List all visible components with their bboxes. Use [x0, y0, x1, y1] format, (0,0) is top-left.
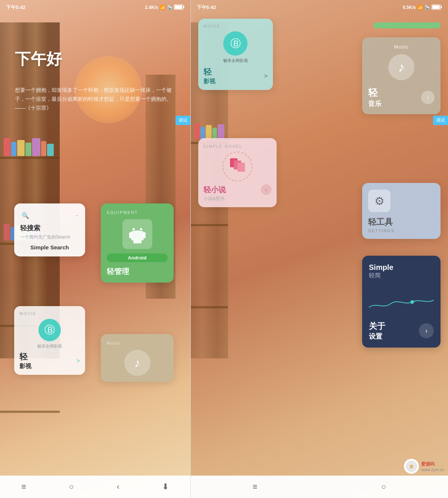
music-right-title-row: 轻 音乐 ›	[368, 86, 435, 108]
music-right-icon-wrap: ♪	[388, 54, 414, 80]
debug-badge-left[interactable]: 调试	[175, 116, 190, 125]
watermark-text-col: 爱源码 www.2ym.cn	[421, 461, 444, 472]
about-top: Simple 轻简	[369, 263, 434, 280]
right-status-right: 0.5K/s 📶 📡	[403, 4, 442, 11]
novel-sub: 小说&图书	[203, 196, 271, 202]
svg-point-4	[140, 228, 142, 230]
card-novel[interactable]: SIMPLE NOVEL 轻小说 › 小说&图书	[198, 138, 277, 207]
right-signal-icon: 📶	[417, 5, 423, 10]
shelf-plank	[0, 411, 60, 413]
book-decoration	[11, 142, 16, 156]
movie-tag: MOVIE	[19, 311, 80, 316]
music-right-tag: Music	[368, 44, 435, 50]
nav-download-icon[interactable]: ⬇	[162, 482, 169, 492]
left-wifi-icon: 📡	[167, 5, 172, 10]
svg-point-13	[410, 300, 414, 304]
book-decoration	[218, 124, 224, 140]
about-title: 关于	[369, 321, 385, 332]
svg-rect-2	[175, 5, 182, 9]
card-tools[interactable]: ⚙ 轻工具 SETTINGS	[362, 183, 441, 239]
watermark-logo: 爱	[404, 459, 419, 474]
movie-top-title: 轻	[203, 66, 215, 78]
right-nav-menu-icon[interactable]: ≡	[252, 482, 257, 492]
book-decoration	[32, 138, 40, 156]
bottom-nav-right: ≡ ○ 爱 爱源码 www.2ym.cn	[191, 476, 448, 498]
svg-rect-8	[441, 6, 442, 8]
card-movie-top[interactable]: MOVIE Ⓑ 畅享全网影视 轻 影视 >	[198, 19, 273, 90]
debug-badge-right[interactable]: 调试	[433, 116, 448, 125]
nav-menu-icon[interactable]: ≡	[21, 482, 26, 492]
music-right-title: 轻	[368, 86, 382, 99]
about-wave-decoration	[369, 291, 434, 313]
right-shelf-plank	[191, 224, 228, 226]
card-search-header: 🔍 →	[20, 210, 79, 221]
card-search-label: Simple Search	[20, 244, 79, 250]
watermark-site: www.2ym.cn	[421, 467, 444, 472]
right-panel: 下午5:42 0.5K/s 📶 📡 调试 MOVIE Ⓑ 畅享全网影视 轻	[191, 0, 448, 498]
movie-top-title-col: 轻 影视	[203, 66, 215, 85]
card-equipment[interactable]: EQUIPMENT Android 轻管理	[101, 203, 174, 283]
right-shelf-plank	[191, 306, 228, 308]
book-decoration	[25, 143, 31, 156]
svg-rect-9	[432, 5, 440, 9]
svg-rect-1	[183, 6, 184, 8]
green-bar-decoration	[373, 22, 441, 28]
right-network: 0.5K/s	[403, 5, 416, 10]
right-wifi-icon: 📡	[424, 5, 430, 10]
music-tag-small: Music	[107, 341, 168, 345]
music-right-title-col: 轻 音乐	[368, 86, 382, 108]
beats-top-icon: Ⓑ	[230, 37, 241, 51]
quote-text: 想要一个拥抱，却发现多了一个怀抱，然后发现还缺一张床，一个被子，一个浴室，最后分…	[15, 86, 179, 112]
novel-title: 轻小说	[203, 185, 226, 195]
movie-top-subtitle: 影视	[203, 78, 215, 85]
left-time: 下午5:42	[6, 4, 25, 11]
movie-sub: 畅享全网影视	[19, 343, 80, 349]
novel-arrow-icon: ›	[261, 184, 271, 195]
left-battery	[174, 4, 184, 11]
card-search-title: 轻搜索	[20, 224, 79, 233]
gear-icon: ⚙	[374, 194, 385, 208]
left-network: 2.4K/s	[145, 5, 158, 10]
about-title-col: 关于 设置	[369, 321, 385, 341]
nav-home-icon[interactable]: ○	[69, 482, 74, 492]
right-battery	[432, 4, 442, 11]
card-movie-left[interactable]: MOVIE Ⓑ 畅享全网影视 轻 影视 >	[14, 306, 85, 375]
nav-back-icon[interactable]: ‹	[116, 482, 119, 492]
movie-top-sub: 畅享全网影视	[203, 58, 268, 63]
movie-subtitle: 影视	[19, 362, 31, 370]
tools-title: 轻工具	[368, 217, 435, 228]
movie-title: 轻	[19, 351, 31, 362]
svg-rect-12	[237, 163, 245, 172]
greeting-text: 下午好	[15, 49, 62, 69]
book-decoration	[200, 127, 205, 140]
book-decoration	[195, 123, 200, 140]
bottom-nav-left: ≡ ○ ‹ ⬇	[0, 476, 190, 498]
book-decoration	[41, 141, 46, 156]
watermark: 爱 爱源码 www.2ym.cn	[404, 459, 444, 474]
card-music-right[interactable]: Music ♪ 轻 音乐 ›	[362, 37, 441, 114]
right-nav-home-icon[interactable]: ○	[381, 482, 386, 492]
card-music-small[interactable]: Music ♪	[101, 334, 174, 382]
movie-arrow-icon: >	[77, 358, 80, 364]
about-subtitle: 设置	[369, 332, 385, 341]
book-decoration	[47, 144, 54, 156]
equipment-title: 轻管理	[107, 267, 168, 277]
movie-top-icon-wrap: Ⓑ	[223, 31, 248, 56]
tools-subtitle: SETTINGS	[368, 228, 435, 233]
card-simple-search[interactable]: 🔍 → 轻搜索 一个简约无广告的Search Simple Search	[14, 203, 85, 256]
music-note-icon: ♪	[134, 356, 140, 370]
novel-title-row: 轻小说 ›	[203, 184, 271, 195]
music-note-right-icon: ♪	[398, 59, 405, 75]
shelf-plank	[0, 157, 60, 159]
about-arrow-icon[interactable]: ›	[419, 323, 434, 338]
movie-title-row: 轻 影视 >	[19, 351, 80, 370]
movie-top-arrow-icon: >	[264, 73, 267, 80]
android-icon-wrap	[122, 219, 152, 249]
card-about[interactable]: Simple 轻简 关于 设置 ›	[362, 256, 441, 348]
music-right-arrow-icon: ›	[421, 91, 435, 104]
about-brand-sub: 轻简	[369, 272, 393, 280]
about-brand-col: Simple 轻简	[369, 263, 393, 280]
movie-title-col: 轻 影视	[19, 351, 31, 370]
card-search-desc: 一个简约无广告的Search	[20, 234, 79, 240]
equipment-tag: EQUIPMENT	[107, 210, 168, 215]
